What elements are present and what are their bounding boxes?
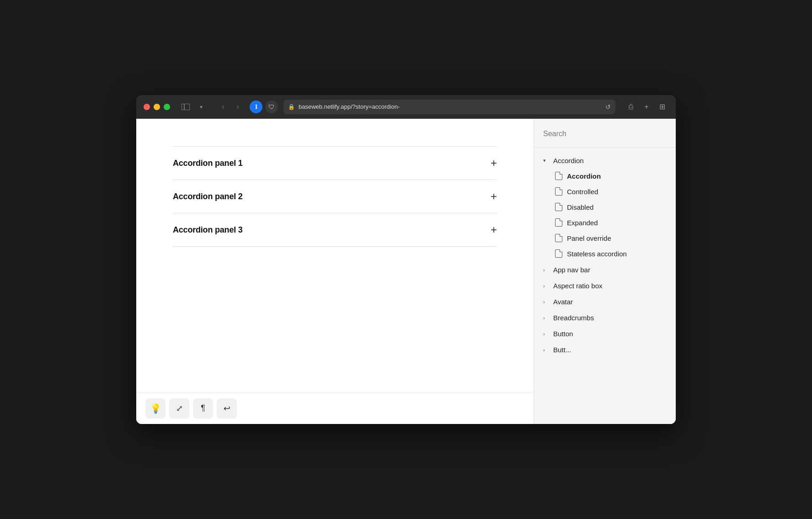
hook-button[interactable]: ↪ — [217, 398, 237, 418]
nav-item-accordion-label: Accordion — [567, 172, 601, 180]
chevron-right-icon: › — [543, 331, 550, 337]
address-bar[interactable]: 🔒 baseweb.netlify.app/?story=accordion- … — [283, 100, 615, 114]
doc-icon — [555, 203, 562, 211]
extension-icons: 𝟏 🛡 — [250, 101, 278, 113]
share-button[interactable]: ⎙ — [625, 101, 637, 113]
doc-icon — [555, 234, 562, 242]
search-input[interactable] — [543, 128, 667, 140]
chevron-right-icon: › — [543, 347, 550, 353]
nav-section-avatar: › Avatar — [534, 294, 676, 309]
nav-section-avatar-label: Avatar — [553, 298, 573, 306]
svg-rect-0 — [182, 104, 190, 110]
hook-icon: ↪ — [224, 403, 230, 413]
nav-item-controlled[interactable]: Controlled — [534, 184, 676, 199]
accordion-container: Accordion panel 1 + Accordion panel 2 + … — [136, 119, 534, 392]
doc-icon — [555, 218, 562, 227]
nav-item-stateless[interactable]: Stateless accordion — [534, 246, 676, 261]
close-button[interactable] — [144, 104, 150, 110]
nav-section-butt: › Butt... — [534, 342, 676, 357]
nav-section-button-label: Button — [553, 330, 573, 338]
chevron-right-icon: › — [543, 283, 550, 289]
accordion-title-2: Accordion panel 2 — [173, 192, 243, 201]
chevron-down-icon: ▾ — [543, 158, 550, 164]
nav-section-avatar-header[interactable]: › Avatar — [534, 294, 676, 309]
accordion-title-3: Accordion panel 3 — [173, 225, 243, 235]
nav-section-aspectratio-header[interactable]: › Aspect ratio box — [534, 278, 676, 293]
nav-section-butt-label: Butt... — [553, 346, 571, 354]
accordion-toggle-2[interactable]: + — [491, 191, 497, 202]
nav-item-disabled[interactable]: Disabled — [534, 199, 676, 215]
nav-section-button-header[interactable]: › Button — [534, 326, 676, 341]
shield-icon[interactable]: 🛡 — [265, 101, 278, 113]
nav-section-breadcrumbs-label: Breadcrumbs — [553, 314, 594, 322]
nav-list: ▾ Accordion Accordion Controlled Disable… — [534, 148, 676, 364]
doc-icon — [555, 172, 562, 180]
nav-item-stateless-label: Stateless accordion — [567, 250, 627, 258]
nav-section-breadcrumbs-header[interactable]: › Breadcrumbs — [534, 310, 676, 325]
browser-window: ▾ ‹ › 𝟏 🛡 🔒 baseweb.netlify.app/?story=a… — [136, 95, 676, 424]
reload-button[interactable]: ↺ — [605, 103, 611, 111]
nav-section-butt-header[interactable]: › Butt... — [534, 342, 676, 357]
accordion-toggle-3[interactable]: + — [491, 224, 497, 235]
lock-icon: 🔒 — [288, 104, 295, 110]
nav-section-appnavbar-label: App nav bar — [553, 266, 590, 274]
nav-item-expanded-label: Expanded — [567, 219, 598, 227]
sidebar-toggle-icon[interactable] — [179, 101, 192, 113]
nav-section-accordion: ▾ Accordion Accordion Controlled Disable… — [534, 153, 676, 261]
browser-actions: ⎙ + ⊞ — [625, 101, 668, 113]
theme-toggle-button[interactable]: 💡 — [145, 398, 166, 418]
nav-section-appnavbar-header[interactable]: › App nav bar — [534, 262, 676, 277]
accordion-item-1: Accordion panel 1 + — [173, 146, 497, 180]
nav-section-aspectratio: › Aspect ratio box — [534, 278, 676, 293]
nav-section-accordion-label: Accordion — [553, 157, 584, 164]
forward-button[interactable]: › — [231, 101, 244, 113]
accordion-item-3: Accordion panel 3 + — [173, 213, 497, 247]
nav-item-controlled-label: Controlled — [567, 188, 598, 196]
preview-panel: Accordion panel 1 + Accordion panel 2 + … — [136, 119, 534, 424]
url-text: baseweb.netlify.app/?story=accordion- — [299, 103, 602, 110]
accordion-toggle-1[interactable]: + — [491, 158, 497, 169]
tabs-overview-button[interactable]: ⊞ — [656, 101, 668, 113]
maximize-button[interactable] — [164, 104, 170, 110]
chevron-right-icon: › — [543, 299, 550, 305]
lightbulb-icon: 💡 — [150, 403, 161, 414]
nav-item-disabled-label: Disabled — [567, 203, 593, 211]
sidebar: ▾ Accordion Accordion Controlled Disable… — [534, 119, 676, 424]
nav-section-appnavbar: › App nav bar — [534, 262, 676, 277]
traffic-lights — [144, 104, 170, 110]
title-bar: ▾ ‹ › 𝟏 🛡 🔒 baseweb.netlify.app/?story=a… — [136, 95, 676, 119]
sidebar-toggle-group: ▾ — [179, 101, 208, 113]
search-container — [534, 128, 676, 148]
accordion-item-2: Accordion panel 2 + — [173, 180, 497, 213]
nav-buttons: ‹ › — [217, 101, 244, 113]
nav-item-panel-override[interactable]: Panel override — [534, 230, 676, 246]
back-button[interactable]: ‹ — [217, 101, 230, 113]
chevron-down-icon[interactable]: ▾ — [195, 101, 208, 113]
nav-item-expanded[interactable]: Expanded — [534, 215, 676, 230]
chevron-right-icon: › — [543, 267, 550, 273]
minimize-button[interactable] — [154, 104, 160, 110]
content-area: Accordion panel 1 + Accordion panel 2 + … — [136, 119, 676, 424]
nav-section-aspectratio-label: Aspect ratio box — [553, 282, 603, 290]
doc-icon — [555, 187, 562, 196]
nav-item-panel-override-label: Panel override — [567, 234, 611, 242]
accordion-header-3[interactable]: Accordion panel 3 + — [173, 213, 497, 246]
rtl-toggle-button[interactable]: ¶ — [193, 398, 213, 418]
accordion-title-1: Accordion panel 1 — [173, 159, 243, 168]
expand-icon: ⤢ — [176, 403, 183, 413]
accordion-header-1[interactable]: Accordion panel 1 + — [173, 147, 497, 180]
nav-section-button: › Button — [534, 326, 676, 341]
accordion-header-2[interactable]: Accordion panel 2 + — [173, 180, 497, 213]
nav-section-accordion-header[interactable]: ▾ Accordion — [534, 153, 676, 168]
doc-icon — [555, 249, 562, 258]
new-tab-button[interactable]: + — [640, 101, 653, 113]
paragraph-icon: ¶ — [201, 403, 205, 413]
password-extension-icon[interactable]: 𝟏 — [250, 101, 262, 113]
bottom-toolbar: 💡 ⤢ ¶ ↪ — [136, 392, 534, 424]
nav-section-breadcrumbs: › Breadcrumbs — [534, 310, 676, 325]
nav-item-accordion[interactable]: Accordion — [534, 168, 676, 184]
chevron-right-icon: › — [543, 315, 550, 321]
expand-button[interactable]: ⤢ — [169, 398, 189, 418]
